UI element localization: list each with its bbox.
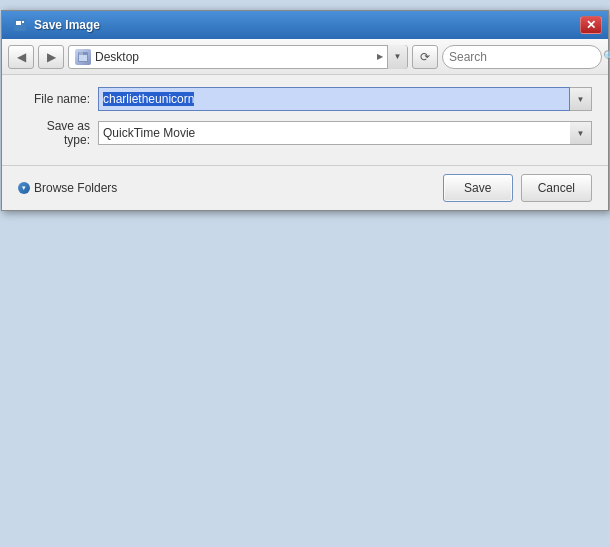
svg-rect-4 <box>79 55 87 61</box>
location-dropdown-button[interactable]: ▼ <box>387 45 407 69</box>
browse-arrow-icon: ▾ <box>18 182 30 194</box>
bottom-bar: ▾ Browse Folders Save Cancel <box>2 165 608 210</box>
save-type-select[interactable]: QuickTime Movie <box>98 121 592 145</box>
file-name-row: File name: ▼ <box>18 87 592 111</box>
dialog-content: File name: ▼ Save as type: QuickTime Mov… <box>2 75 608 165</box>
save-type-wrapper: QuickTime Movie ▼ <box>98 121 592 145</box>
file-name-label: File name: <box>18 92 98 106</box>
location-arrow-icon: ▶ <box>377 52 383 61</box>
search-box[interactable]: 🔍 <box>442 45 602 69</box>
cancel-button[interactable]: Cancel <box>521 174 592 202</box>
action-buttons: Save Cancel <box>443 174 592 202</box>
toolbar: ◀ ▶ Desktop ▶ ▼ ⟳ 🔍 <box>2 39 608 75</box>
search-input[interactable] <box>449 50 599 64</box>
close-button[interactable]: ✕ <box>580 16 602 34</box>
title-bar: Save Image ✕ <box>2 11 608 39</box>
search-icon[interactable]: 🔍 <box>603 50 610 63</box>
save-type-label: Save as type: <box>18 119 98 147</box>
browse-folders-button[interactable]: ▾ Browse Folders <box>18 181 117 195</box>
svg-rect-5 <box>79 52 83 55</box>
file-name-dropdown-button[interactable]: ▼ <box>570 87 592 111</box>
title-icon <box>12 17 28 33</box>
title-bar-controls: ✕ <box>580 16 602 34</box>
back-button[interactable]: ◀ <box>8 45 34 69</box>
forward-button[interactable]: ▶ <box>38 45 64 69</box>
svg-rect-1 <box>16 21 21 25</box>
dialog-title: Save Image <box>34 18 100 32</box>
refresh-button[interactable]: ⟳ <box>412 45 438 69</box>
svg-rect-2 <box>22 21 24 23</box>
location-bar[interactable]: Desktop ▶ ▼ <box>68 45 408 69</box>
location-icon <box>75 49 91 65</box>
location-text: Desktop <box>95 50 373 64</box>
file-name-input[interactable] <box>98 87 570 111</box>
save-button[interactable]: Save <box>443 174 513 202</box>
title-bar-left: Save Image <box>12 17 100 33</box>
save-dialog: Save Image ✕ ◀ ▶ Desktop ▶ ▼ <box>1 10 609 211</box>
save-type-row: Save as type: QuickTime Movie ▼ <box>18 119 592 147</box>
